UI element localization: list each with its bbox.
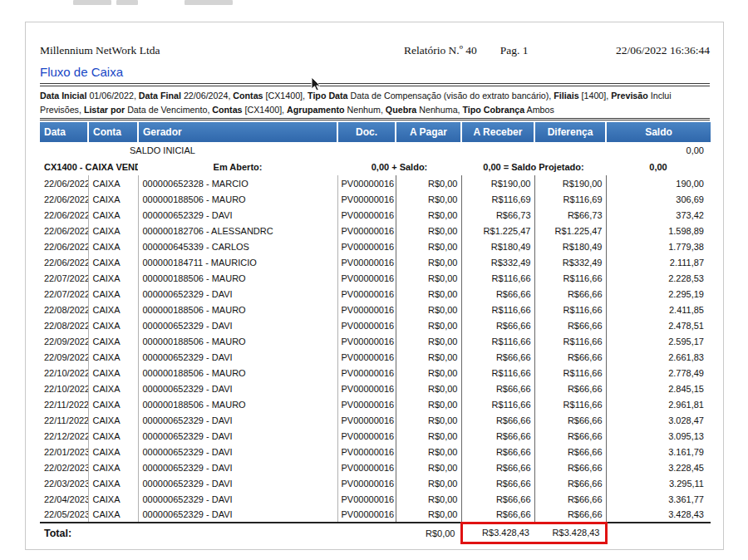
cell-diferenca: R$116,66 (534, 270, 606, 286)
cell-diferenca: R$332,49 (534, 254, 606, 270)
account-group-row: CX1400 - CAIXA VENDA Em Aberto: 0,00 + S… (40, 158, 711, 175)
cell-data: 22/06/2022 (40, 191, 88, 207)
cell-conta: CAIXA (88, 475, 138, 491)
cell-doc: PV00000016 (337, 365, 396, 381)
cell-data: 22/03/2023 (40, 475, 88, 491)
table-row: 22/10/2022CAIXA000000188506 - MAUROPV000… (40, 365, 711, 381)
cell-gerador: 000000652328 - MARCIO (138, 175, 337, 191)
report-timestamp: 22/06/2022 16:36:44 (585, 44, 710, 57)
report-filters: Data Inicial 01/06/2022, Data Final 22/0… (40, 89, 710, 116)
page-title: Fluxo de Caixa (40, 65, 710, 79)
account-group-name: CX1400 - CAIXA VENDA (40, 158, 138, 175)
cell-data: 22/06/2022 (40, 238, 88, 254)
cell-diferenca: R$116,66 (534, 396, 606, 412)
cell-doc: PV00000016 (337, 333, 396, 349)
table-row: 22/09/2022CAIXA000000652329 - DAVIPV0000… (40, 349, 711, 365)
cell-gerador: 000000652329 - DAVI (138, 349, 337, 365)
table-row: 22/08/2022CAIXA000000652329 - DAVIPV0000… (40, 317, 711, 333)
saldo-projetado-value: 0,00 (606, 158, 711, 175)
cell-conta: CAIXA (88, 459, 138, 475)
cell-doc: PV00000016 (337, 254, 396, 270)
filter-label: Quebra (386, 105, 416, 115)
cell-data: 22/06/2022 (40, 254, 88, 270)
total-label: Total: (40, 523, 396, 543)
cell-data: 22/04/2023 (40, 491, 88, 507)
cell-a_receber: R$66,66 (461, 475, 534, 491)
column-header-a_pagar: A Pagar (396, 122, 461, 142)
table-row: 22/02/2023CAIXA000000652329 - DAVIPV0000… (40, 459, 711, 475)
cell-data: 22/10/2022 (40, 381, 88, 396)
cell-a_receber: R$66,66 (461, 459, 534, 475)
cell-empty (337, 142, 606, 158)
cell-data: 22/06/2022 (40, 223, 88, 238)
cell-saldo: 3.361,77 (606, 491, 711, 507)
cell-data: 22/05/2023 (40, 507, 88, 523)
report-page: Millennium NetWork Ltda Relatório N.º 40… (25, 22, 724, 550)
cell-empty (606, 523, 711, 543)
cell-a_receber: R$116,66 (461, 333, 534, 349)
total-row: Total: R$0,00 R$3.428,43 R$3.428,43 (40, 523, 711, 543)
cell-gerador: 000000184711 - MAURICIO (138, 254, 337, 270)
cell-a_receber: R$116,66 (461, 365, 534, 381)
cell-saldo: 2.845,15 (606, 381, 711, 396)
table-row: 22/12/2022CAIXA000000652329 - DAVIPV0000… (40, 428, 711, 444)
cell-data: 22/06/2022 (40, 207, 88, 223)
cell-conta: CAIXA (88, 365, 138, 381)
cell-conta: CAIXA (88, 207, 138, 223)
cell-gerador: 000000652329 - DAVI (138, 459, 337, 475)
table-row: 22/08/2022CAIXA000000188506 - MAUROPV000… (40, 302, 711, 317)
cell-saldo: 3.228,45 (606, 459, 711, 475)
cell-a_pagar: R$0,00 (396, 191, 461, 207)
cell-gerador: 000000652329 - DAVI (138, 286, 337, 302)
table-row: 22/01/2023CAIXA000000652329 - DAVIPV0000… (40, 444, 711, 459)
filter-label: Filiais (554, 91, 578, 101)
cell-data: 22/08/2022 (40, 302, 88, 317)
cell-doc: PV00000016 (337, 381, 396, 396)
table-row: 22/06/2022CAIXA000000652329 - DAVIPV0000… (40, 207, 711, 223)
table-row: 22/04/2023CAIXA000000652329 - DAVIPV0000… (40, 491, 711, 507)
cell-a_pagar: R$0,00 (396, 254, 461, 270)
cell-doc: PV00000016 (337, 459, 396, 475)
saldo-inicial-label: SALDO INICIAL (88, 142, 337, 158)
divider-rule (40, 118, 710, 120)
cell-gerador: 000000652329 - DAVI (138, 412, 337, 428)
column-header-a_receber: A Receber (461, 122, 534, 142)
cell-a_pagar: R$0,00 (396, 381, 461, 396)
cell-doc: PV00000016 (337, 286, 396, 302)
cell-conta: CAIXA (88, 507, 138, 523)
mouse-cursor-icon (311, 76, 322, 95)
table-row: 22/06/2022CAIXA000000645339 - CARLOSPV00… (40, 238, 711, 254)
filter-value: Data de Compensação (visão do extrato ba… (348, 91, 554, 101)
column-header-conta: Conta (88, 122, 138, 142)
cell-a_receber: R$332,49 (461, 254, 534, 270)
cell-a_pagar: R$0,00 (396, 270, 461, 286)
cell-data: 22/06/2022 (40, 175, 88, 191)
column-header-diferenca: Diferença (534, 122, 606, 142)
cell-doc: PV00000016 (337, 428, 396, 444)
cell-gerador: 000000652329 - DAVI (138, 444, 337, 459)
cell-doc: PV00000016 (337, 349, 396, 365)
company-name: Millennium NetWork Ltda (40, 44, 404, 57)
filter-value: [CX1400], (243, 105, 287, 115)
total-a-receber: R$3.428,43 (461, 523, 534, 543)
cell-saldo: 2.478,51 (606, 317, 711, 333)
cell-diferenca: R$66,66 (534, 459, 606, 475)
cell-a_receber: R$116,69 (461, 191, 534, 207)
cell-conta: CAIXA (88, 381, 138, 396)
cell-doc: PV00000016 (337, 444, 396, 459)
cell-a_receber: R$116,66 (461, 302, 534, 317)
cell-gerador: 000000652329 - DAVI (138, 317, 337, 333)
cell-data: 22/02/2023 (40, 459, 88, 475)
cell-doc: PV00000016 (337, 207, 396, 223)
column-header-data: Data (40, 122, 88, 142)
cell-a_receber: R$66,66 (461, 286, 534, 302)
cell-data: 22/11/2022 (40, 412, 88, 428)
cell-a_pagar: R$0,00 (396, 507, 461, 523)
cell-doc: PV00000016 (337, 396, 396, 412)
cell-doc: PV00000016 (337, 175, 396, 191)
cell-doc: PV00000016 (337, 491, 396, 507)
cell-diferenca: R$66,66 (534, 412, 606, 428)
cell-saldo: 2.961,81 (606, 396, 711, 412)
cell-doc: PV00000016 (337, 238, 396, 254)
cell-a_pagar: R$0,00 (396, 207, 461, 223)
